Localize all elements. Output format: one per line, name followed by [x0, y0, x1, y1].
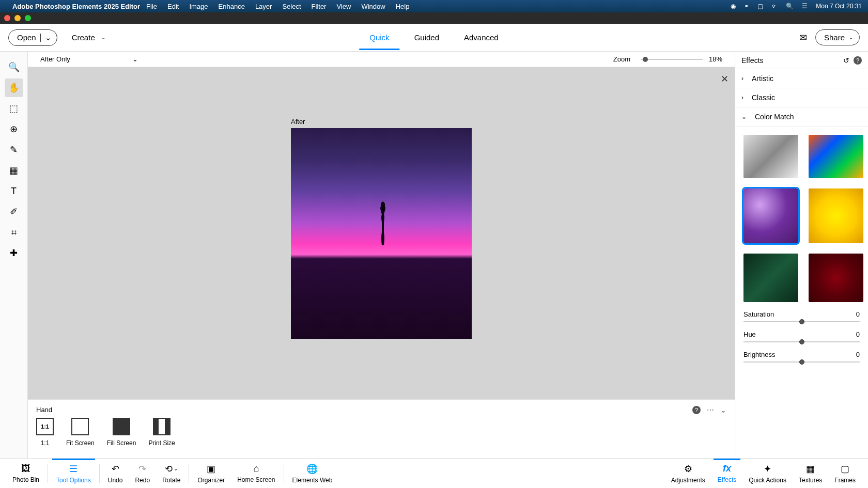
reset-icon[interactable]: ↺: [843, 56, 849, 65]
mail-icon[interactable]: ✉: [799, 32, 807, 43]
rotate-button[interactable]: ⟲⌄ Rotate: [156, 459, 187, 488]
text-tool[interactable]: T: [5, 182, 23, 200]
photo-bin-button[interactable]: 🖼 Photo Bin: [6, 459, 45, 488]
image-silhouette: [373, 201, 393, 274]
quick-actions-icon: ✦: [764, 463, 771, 475]
menu-filter[interactable]: Filter: [312, 3, 327, 10]
close-icon[interactable]: ✕: [721, 73, 729, 85]
crop-tool[interactable]: ⌗: [5, 223, 23, 242]
spot-heal-tool[interactable]: ✐: [5, 202, 23, 221]
share-label: Share: [824, 33, 845, 42]
help-icon[interactable]: ?: [854, 56, 862, 65]
stamp-tool[interactable]: ▦: [5, 161, 23, 180]
status-wifi-icon[interactable]: ᯤ: [771, 3, 778, 10]
category-color-match[interactable]: ⌄ Color Match: [735, 107, 868, 127]
help-icon[interactable]: ?: [692, 406, 701, 414]
saturation-slider-row: Saturation 0: [743, 310, 860, 322]
collapse-icon[interactable]: ⌄: [720, 406, 726, 414]
status-search-icon[interactable]: 🔍: [786, 3, 794, 10]
zoom-slider-handle[interactable]: [643, 57, 648, 62]
chevron-right-icon: ›: [741, 94, 743, 101]
photo-bin-icon: 🖼: [21, 463, 30, 474]
category-label: Color Match: [755, 113, 794, 121]
move-tool[interactable]: ✚: [5, 244, 23, 262]
preset-thumb-2[interactable]: [809, 135, 863, 178]
print-size-button[interactable]: Print Size: [148, 418, 175, 447]
rotate-icon: ⟲⌄: [165, 463, 178, 475]
status-control-center-icon[interactable]: ☰: [802, 3, 808, 10]
window-minimize-button[interactable]: [14, 15, 21, 21]
menu-help[interactable]: Help: [396, 3, 410, 10]
slider-handle[interactable]: [799, 359, 804, 365]
preset-thumb-4[interactable]: [809, 188, 863, 243]
zoom-tool[interactable]: 🔍: [5, 58, 23, 76]
fill-screen-button[interactable]: Fill Screen: [107, 418, 136, 447]
canvas-subheader: After Only ⌄ Zoom 18%: [28, 52, 735, 67]
app-name: Adobe Photoshop Elements 2025 Editor: [12, 3, 140, 10]
view-mode-label: After Only: [40, 55, 70, 63]
preset-thumb-3[interactable]: [743, 188, 798, 243]
preset-thumb-6[interactable]: [809, 254, 863, 302]
zoom-label: Zoom: [613, 55, 630, 63]
redo-button[interactable]: ↷ Redo: [129, 459, 156, 488]
home-icon: ⌂: [253, 463, 259, 474]
menu-enhance[interactable]: Enhance: [219, 3, 245, 10]
window-close-button[interactable]: [4, 15, 10, 21]
preset-thumb-1[interactable]: [743, 135, 798, 178]
window-zoom-button[interactable]: [25, 15, 31, 21]
menu-select[interactable]: Select: [282, 3, 301, 10]
undo-button[interactable]: ↶ Undo: [102, 459, 129, 488]
menu-file[interactable]: File: [146, 3, 157, 10]
hand-tool[interactable]: ✋: [5, 78, 23, 97]
view-mode-dropdown[interactable]: After Only ⌄: [40, 55, 138, 63]
undo-icon: ↶: [112, 463, 119, 475]
hue-slider[interactable]: [743, 341, 860, 342]
zoom-slider[interactable]: [641, 59, 703, 60]
adjustments-button[interactable]: ⚙ Adjustments: [665, 459, 711, 488]
after-label: After: [291, 118, 305, 125]
effects-button[interactable]: fx Effects: [711, 459, 742, 488]
tab-quick[interactable]: Quick: [367, 25, 391, 50]
tab-guided[interactable]: Guided: [412, 25, 441, 50]
brightness-slider[interactable]: [743, 361, 860, 363]
category-artistic[interactable]: › Artistic: [735, 69, 868, 88]
menu-edit[interactable]: Edit: [167, 3, 179, 10]
status-recording-icon[interactable]: ◉: [731, 3, 736, 10]
hue-slider-row: Hue 0: [743, 330, 860, 342]
create-button[interactable]: Create ⌄: [72, 33, 105, 42]
slider-handle[interactable]: [799, 319, 804, 324]
menu-layer[interactable]: Layer: [255, 3, 272, 10]
quick-actions-button[interactable]: ✦ Quick Actions: [742, 459, 793, 488]
menu-view[interactable]: View: [336, 3, 351, 10]
status-battery-icon[interactable]: ▢: [757, 3, 763, 10]
quick-select-tool[interactable]: ⬚: [5, 99, 23, 118]
create-label: Create: [72, 33, 95, 42]
chevron-down-icon: ⌄: [45, 33, 52, 42]
textures-icon: ▦: [806, 463, 815, 475]
status-datetime[interactable]: Mon 7 Oct 20:31: [816, 3, 862, 10]
tab-advanced[interactable]: Advanced: [462, 25, 501, 50]
open-button[interactable]: Open ⌄: [8, 29, 57, 46]
saturation-slider[interactable]: [743, 321, 860, 322]
menu-image[interactable]: Image: [189, 3, 208, 10]
textures-button[interactable]: ▦ Textures: [793, 459, 828, 488]
redeye-tool[interactable]: ⊕: [5, 120, 23, 138]
share-button[interactable]: Share ⌄: [815, 29, 860, 45]
category-classic[interactable]: › Classic: [735, 88, 868, 107]
organizer-button[interactable]: ▣ Organizer: [191, 459, 231, 488]
effects-panel-title: Effects: [741, 56, 764, 65]
tool-options-button[interactable]: ☰ Tool Options: [50, 459, 97, 488]
more-icon[interactable]: ⋯: [707, 406, 714, 414]
elements-web-button[interactable]: 🌐 Elements Web: [286, 459, 339, 488]
slider-handle[interactable]: [799, 339, 804, 344]
brush-tool[interactable]: ✎: [5, 140, 23, 159]
status-cluster-icon[interactable]: ⚭: [744, 3, 749, 10]
menu-window[interactable]: Window: [361, 3, 385, 10]
fit-screen-button[interactable]: Fit Screen: [66, 418, 95, 447]
saturation-value: 0: [856, 310, 860, 318]
canvas-image[interactable]: [291, 128, 472, 339]
frames-button[interactable]: ▢ Frames: [828, 459, 862, 488]
home-screen-button[interactable]: ⌂ Home Screen: [231, 459, 281, 488]
zoom-1to1-button[interactable]: 1:1 1:1: [36, 418, 54, 447]
preset-thumb-5[interactable]: [743, 254, 798, 302]
